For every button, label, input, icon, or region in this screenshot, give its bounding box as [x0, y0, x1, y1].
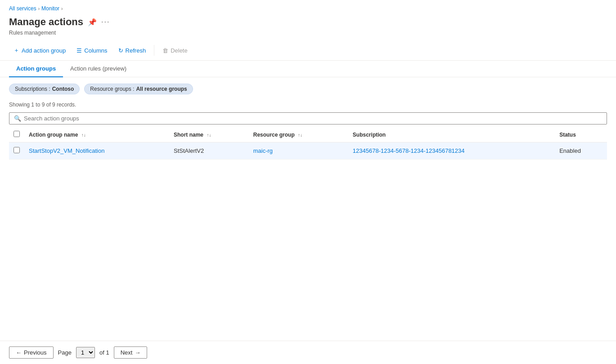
breadcrumb-monitor[interactable]: Monitor	[41, 5, 59, 12]
subscription-filter-label: Subscriptions :	[15, 86, 50, 92]
action-group-name-link[interactable]: StartStopV2_VM_Notification	[29, 147, 104, 154]
col-resource-group[interactable]: Resource group ↑↓	[249, 127, 348, 142]
add-icon: ＋	[13, 46, 19, 54]
select-all-checkbox[interactable]	[13, 131, 20, 137]
row-name: StartStopV2_VM_Notification	[24, 142, 169, 160]
toolbar-divider	[154, 45, 154, 56]
sort-icon-short: ↑↓	[207, 133, 211, 138]
resource-group-filter-value: All resource groups	[136, 86, 187, 92]
delete-icon: 🗑	[162, 47, 168, 54]
breadcrumb-all-services[interactable]: All services	[9, 5, 36, 12]
resource-group-filter-label: Resource groups :	[90, 86, 134, 92]
search-box: 🔍	[9, 112, 607, 124]
page-title: Manage actions	[9, 16, 83, 28]
toolbar: ＋ Add action group ☰ Columns ↻ Refresh 🗑…	[0, 40, 616, 61]
col-action-group-name[interactable]: Action group name ↑↓	[24, 127, 169, 142]
row-subscription: 12345678-1234-5678-1234-123456781234	[348, 142, 555, 160]
delete-button[interactable]: 🗑 Delete	[158, 45, 192, 56]
columns-label: Columns	[84, 47, 107, 54]
page-subtitle: Rules management	[0, 30, 616, 40]
row-short-name: StStAlertV2	[169, 142, 249, 160]
pin-icon[interactable]: 📌	[88, 18, 97, 27]
row-checkbox-cell	[9, 142, 24, 160]
table-container: Action group name ↑↓ Short name ↑↓ Resou…	[0, 127, 616, 160]
columns-button[interactable]: ☰ Columns	[72, 45, 112, 56]
refresh-button[interactable]: ↻ Refresh	[114, 45, 151, 56]
delete-label: Delete	[171, 47, 188, 54]
search-input[interactable]	[24, 115, 602, 122]
breadcrumb-sep-1: ›	[38, 6, 40, 11]
subscription-link[interactable]: 12345678-1234-5678-1234-123456781234	[353, 147, 465, 154]
add-action-group-label: Add action group	[22, 47, 66, 54]
columns-icon: ☰	[76, 47, 82, 54]
add-action-group-button[interactable]: ＋ Add action group	[9, 44, 70, 57]
row-resource-group: maic-rg	[249, 142, 348, 160]
col-short-name[interactable]: Short name ↑↓	[169, 127, 249, 142]
resource-group-filter[interactable]: Resource groups : All resource groups	[84, 84, 193, 94]
page-header: Manage actions 📌 ···	[0, 13, 616, 30]
tabs-bar: Action groups Action rules (preview)	[0, 61, 616, 77]
search-icon: 🔍	[14, 115, 21, 122]
breadcrumb: All services › Monitor ›	[0, 0, 616, 13]
action-groups-table: Action group name ↑↓ Short name ↑↓ Resou…	[9, 127, 607, 160]
resource-group-link[interactable]: maic-rg	[253, 147, 273, 154]
tab-action-rules[interactable]: Action rules (preview)	[63, 61, 134, 77]
row-status: Enabled	[555, 142, 607, 160]
filters: Subscriptions : Contoso Resource groups …	[0, 77, 616, 99]
col-status: Status	[555, 127, 607, 142]
more-options-icon[interactable]: ···	[101, 18, 110, 26]
refresh-icon: ↻	[118, 47, 123, 54]
row-checkbox-0[interactable]	[13, 147, 20, 153]
col-subscription: Subscription	[348, 127, 555, 142]
header-checkbox-cell	[9, 127, 24, 142]
refresh-label: Refresh	[126, 47, 146, 54]
breadcrumb-sep-2: ›	[61, 6, 63, 11]
table-row: StartStopV2_VM_Notification StStAlertV2 …	[9, 142, 607, 160]
records-info: Showing 1 to 9 of 9 records.	[0, 99, 616, 111]
sort-icon-name: ↑↓	[81, 133, 86, 138]
sort-icon-rg: ↑↓	[298, 133, 302, 138]
tab-action-groups[interactable]: Action groups	[9, 61, 63, 77]
subscription-filter-value: Contoso	[52, 86, 74, 92]
subscription-filter[interactable]: Subscriptions : Contoso	[9, 84, 80, 94]
